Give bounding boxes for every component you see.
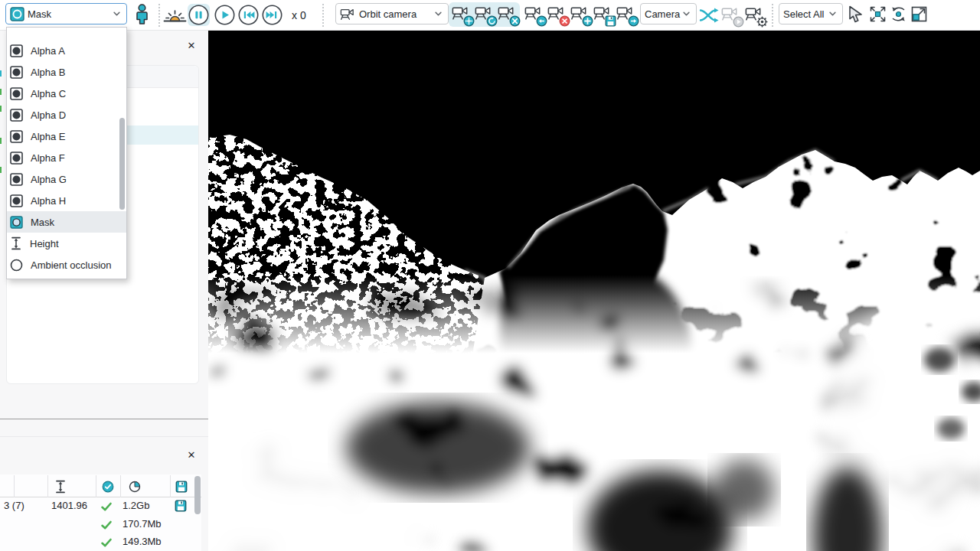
move-badge-icon <box>463 15 475 27</box>
camera-add-button[interactable] <box>570 3 593 27</box>
ambient-occlusion-icon <box>10 259 23 272</box>
save-icon[interactable] <box>175 500 187 512</box>
dropdown-item-height[interactable]: Height <box>7 233 126 254</box>
dropdown-item-alpha-d[interactable]: Alpha D <box>7 104 126 126</box>
dropdown-item-label: Alpha D <box>31 109 66 121</box>
rotate-tool[interactable] <box>889 5 908 27</box>
alpha-channel-icon <box>10 44 23 57</box>
panel-divider-light <box>0 436 208 437</box>
alpha-channel-icon <box>10 130 23 143</box>
person-icon[interactable] <box>134 4 150 28</box>
table-row[interactable]: 149.3Mb <box>0 533 201 551</box>
toolbar-separator <box>772 4 773 27</box>
layers-table: 3 (7) 1401.96 1.2Gb 170.7Mb 149.3Mb <box>0 474 201 551</box>
mask-channel-icon <box>10 216 23 229</box>
table-row[interactable]: 3 (7) 1401.96 1.2Gb <box>0 497 201 515</box>
chevron-down-icon <box>829 11 836 16</box>
row-size: 170.7Mb <box>122 518 162 530</box>
table-scrollbar[interactable] <box>194 476 201 514</box>
memory-pie-column-icon[interactable] <box>129 481 141 493</box>
check-icon <box>100 519 113 531</box>
alpha-channel-icon <box>10 87 23 100</box>
skip-forward-button[interactable] <box>261 4 283 26</box>
toolbar-separator <box>158 4 160 27</box>
row-name: 3 (7) <box>4 500 24 511</box>
play-badge-icon <box>733 16 744 28</box>
camera-select[interactable]: Camera <box>640 3 697 24</box>
top-panel-close-button[interactable]: ✕ <box>185 38 198 52</box>
channel-select-value: Mask <box>28 8 51 20</box>
camera-move-button[interactable] <box>451 3 474 27</box>
check-icon <box>100 536 113 549</box>
chevron-down-icon <box>683 11 690 16</box>
row-height: 1401.96 <box>49 500 87 511</box>
occluded-check-fragment <box>0 89 2 95</box>
save-column-icon[interactable] <box>175 481 188 493</box>
alpha-channel-icon <box>10 152 23 165</box>
channel-select[interactable]: Mask <box>5 3 127 24</box>
camera-free-button[interactable] <box>497 3 520 27</box>
dropdown-item-alpha-f[interactable]: Alpha F <box>7 147 126 168</box>
viewport-3d[interactable] <box>208 31 980 551</box>
camera-select-value: Camera <box>645 8 680 20</box>
dropdown-item-alpha-e[interactable]: Alpha E <box>7 126 126 147</box>
alpha-channel-icon <box>10 109 23 122</box>
panel-divider <box>0 419 208 419</box>
check-circle-column-icon[interactable] <box>102 481 114 493</box>
free-move-badge-icon <box>509 15 521 27</box>
dropdown-item-label: Ambient occlusion <box>31 259 112 271</box>
table-row[interactable]: 170.7Mb <box>0 516 201 533</box>
sun-environment-icon[interactable] <box>163 6 187 28</box>
dropdown-item-ambient-occlusion[interactable]: Ambient occlusion <box>7 254 126 276</box>
main-toolbar: Mask <box>0 0 980 31</box>
camera-next-button[interactable] <box>616 3 639 27</box>
chevron-down-icon <box>113 11 120 16</box>
viewport-render <box>208 31 980 551</box>
delete-badge-icon <box>559 15 570 27</box>
dropdown-item-mask[interactable]: Mask <box>7 211 126 233</box>
gear-badge-icon <box>756 16 768 28</box>
camera-mode-select[interactable]: Orbit camera <box>335 3 449 24</box>
select-mode-select[interactable]: Select All <box>779 3 843 24</box>
rotate-badge-icon <box>486 15 498 27</box>
toolbar-separator <box>322 4 324 27</box>
row-size: 149.3Mb <box>122 536 162 547</box>
camera-save-button[interactable] <box>593 3 616 27</box>
channel-dropdown: Alpha A Alpha B Alpha C Alpha D Alpha E … <box>6 27 127 279</box>
scale-tool[interactable] <box>910 5 929 27</box>
dropdown-item-alpha-c[interactable]: Alpha C <box>7 83 126 104</box>
arrow-right-badge-icon <box>628 15 639 27</box>
camera-icon <box>340 7 356 21</box>
height-channel-icon <box>10 236 22 250</box>
occluded-icon-fragment <box>0 70 2 77</box>
pause-button[interactable] <box>188 4 210 26</box>
camera-play-button[interactable] <box>720 4 743 28</box>
dropdown-item-alpha-a[interactable]: Alpha A <box>7 40 126 61</box>
camera-settings-button[interactable] <box>744 4 767 28</box>
select-mode-value: Select All <box>783 8 824 20</box>
dropdown-item-label: Alpha E <box>31 131 66 142</box>
playback-multiplier: x 0 <box>292 9 306 21</box>
dropdown-item-label: Mask <box>31 217 54 228</box>
height-column-icon[interactable] <box>54 480 67 494</box>
dropdown-item-alpha-h[interactable]: Alpha H <box>7 190 126 211</box>
dropdown-item-label: Height <box>30 238 59 249</box>
occluded-check-fragment <box>0 106 2 112</box>
dropdown-item-label: Alpha A <box>31 45 65 57</box>
save-badge-icon <box>605 15 616 27</box>
dropdown-item-alpha-g[interactable]: Alpha G <box>7 168 126 190</box>
bottom-panel-close-button[interactable]: ✕ <box>185 448 198 461</box>
camera-orbit-button[interactable] <box>474 3 497 27</box>
pointer-tool[interactable] <box>847 5 864 27</box>
dropdown-scrollbar[interactable] <box>119 118 125 210</box>
skip-back-button[interactable] <box>237 4 260 26</box>
frame-selection-tool[interactable] <box>868 5 887 27</box>
camera-previous-button[interactable] <box>524 3 547 27</box>
shuffle-cameras-button[interactable] <box>699 7 719 27</box>
dropdown-item-alpha-b[interactable]: Alpha B <box>7 61 126 83</box>
alpha-channel-icon <box>10 66 23 79</box>
play-button[interactable] <box>214 4 236 26</box>
alpha-channel-icon <box>10 173 23 186</box>
camera-delete-button[interactable] <box>547 3 570 27</box>
add-badge-icon <box>582 15 593 27</box>
